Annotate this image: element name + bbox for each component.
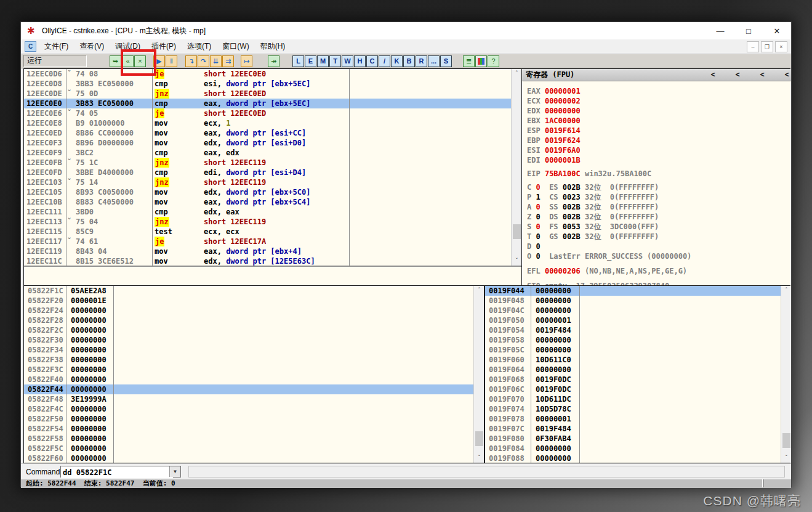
disasm-row[interactable]: 12EEC1058B93 C0050000movedx, dword ptr [… <box>24 187 521 197</box>
toolbar-view-memory-button[interactable]: M <box>317 55 329 67</box>
disasm-row[interactable]: 12EEC0F93BC2cmpeax, edx <box>24 148 521 158</box>
scroll-thumb[interactable] <box>513 224 521 239</box>
dump-row[interactable]: 05822F5C00000000 <box>24 444 484 453</box>
scroll-up-icon[interactable]: ˆ <box>474 286 484 295</box>
toolbar-view-log-button[interactable]: L <box>292 55 304 67</box>
toolbar-animate-over-button[interactable]: ⇉ <box>222 55 234 67</box>
menu-item-选项[interactable]: 选项(T) <box>182 39 217 54</box>
toolbar-step-over-button[interactable]: ↷ <box>198 55 209 67</box>
disasm-row[interactable]: 12EEC0E6ˇ74 05jeshort 12EEC0ED <box>24 108 521 118</box>
toolbar-animate-into-button[interactable]: ⇊ <box>210 55 222 67</box>
toolbar-view-cpu-button[interactable]: C <box>366 55 378 67</box>
scroll-up-icon[interactable]: ˆ <box>512 69 522 78</box>
toolbar-options-colors-button[interactable] <box>475 55 487 67</box>
toolbar-view-threads-button[interactable]: T <box>329 55 341 67</box>
dump-row[interactable]: 05822F5000000000 <box>24 414 484 424</box>
disasm-row[interactable]: 12EEC0DEˇ75 0Djnzshort 12EEC0ED <box>24 89 521 99</box>
column-divider[interactable] <box>579 286 580 463</box>
scroll-thumb[interactable] <box>782 433 790 448</box>
minimize-button[interactable]: — <box>706 22 734 39</box>
menu-item-文件[interactable]: 文件(F) <box>39 39 74 54</box>
dump-row[interactable]: 05822F1C05AEE2A8 <box>24 286 484 296</box>
dump-row[interactable]: 05822F4000000000 <box>24 375 484 384</box>
registers-body[interactable]: EAX 00000001ECX 00000002EDX 00000000EBX … <box>522 81 791 286</box>
toolbar-options-appearance-button[interactable]: ≣ <box>463 55 475 67</box>
disasm-row[interactable]: 12EEC103ˇ75 14jnzshort 12EEC119 <box>24 177 521 187</box>
scroll-thumb[interactable] <box>475 431 483 446</box>
column-divider[interactable] <box>66 69 66 266</box>
dump-row[interactable]: 05822F2400000000 <box>24 306 484 315</box>
menu-item-查看[interactable]: 查看(V) <box>74 39 110 54</box>
mdi-minimize-button[interactable]: – <box>747 41 759 52</box>
disasm-row[interactable]: 12EEC11C8B15 3CE6E512movedx, dword ptr [… <box>24 256 521 266</box>
toolbar-view-patches-button[interactable]: / <box>379 55 390 67</box>
dump-row[interactable]: 05822F5400000000 <box>24 424 484 434</box>
disasm-row[interactable]: 12EEC1198B43 04moveax, dword ptr [ebx+4] <box>24 246 521 256</box>
dump-row[interactable]: 05822F2800000000 <box>24 315 484 325</box>
maximize-button[interactable]: □ <box>734 22 763 39</box>
mdi-child-icon[interactable]: C <box>25 41 36 52</box>
registers-prev-button[interactable]: < <box>756 69 768 81</box>
disasm-row[interactable]: 12EEC0E8B9 01000000movecx, 1 <box>24 118 521 128</box>
disasm-row[interactable]: 12EEC0D6ˇ74 08jeshort 12EEC0E0 <box>24 69 521 79</box>
dump-row[interactable]: 05822F3000000000 <box>24 335 484 345</box>
disassembly-pane[interactable]: 12EEC0D6ˇ74 08jeshort 12EEC0E012EEC0D83B… <box>24 69 521 266</box>
disasm-row[interactable]: 12EEC0E03B83 EC050000cmpeax, dword ptr [… <box>24 99 521 108</box>
disasm-row[interactable]: 12EEC0ED8B86 CC000000moveax, dword ptr [… <box>24 128 521 138</box>
menu-item-窗口[interactable]: 窗口(W) <box>217 39 254 54</box>
scroll-down-icon[interactable]: ˇ <box>781 453 792 463</box>
toolbar-open-file-button[interactable]: ➥ <box>110 55 121 67</box>
column-divider[interactable] <box>66 286 66 463</box>
mdi-close-button[interactable]: × <box>775 41 787 52</box>
dump-row[interactable]: 05822F5800000000 <box>24 434 484 444</box>
toolbar-view-callstack-button[interactable]: K <box>391 55 403 67</box>
registers-prev-button[interactable]: < <box>707 69 719 81</box>
dump-row[interactable]: 05822F3800000000 <box>24 355 484 365</box>
stack-pane[interactable]: 0019F044000000000019F048000000000019F04C… <box>484 286 791 463</box>
registers-prev-button[interactable]: < <box>781 69 793 81</box>
dump-row[interactable]: 05822F3400000000 <box>24 345 484 355</box>
dump-row[interactable]: 05822F483E19999A <box>24 394 484 404</box>
dropdown-arrow-icon[interactable]: ▼ <box>169 466 180 477</box>
dump-pane[interactable]: 05822F1C05AEE2A805822F200000001E05822F24… <box>24 286 484 463</box>
scroll-up-icon[interactable]: ˆ <box>781 286 792 295</box>
disasm-row[interactable]: 12EEC1113BD0cmpedx, eax <box>24 207 521 217</box>
toolbar-help-button[interactable]: ? <box>488 55 499 67</box>
column-divider[interactable] <box>531 286 531 463</box>
column-divider[interactable] <box>152 69 153 266</box>
dump-row[interactable]: 05822F6000000000 <box>24 453 484 463</box>
stack-scrollbar[interactable]: ˆˇ <box>781 286 791 463</box>
toolbar-step-into-button[interactable]: ↴ <box>185 55 197 67</box>
disasm-row[interactable]: 12EEC0D83BB3 EC050000cmpesi, dword ptr [… <box>24 79 521 89</box>
toolbar-view-breakpoints-button[interactable]: B <box>403 55 415 67</box>
disasm-row[interactable]: 12EEC10B8B83 C4050000moveax, dword ptr [… <box>24 197 521 207</box>
toolbar-view-runtrace-button[interactable]: ... <box>428 55 440 67</box>
disasm-row[interactable]: 12EEC0FD3BBE D4000000cmpedi, dword ptr [… <box>24 168 521 177</box>
disasm-row[interactable]: 12EEC113ˇ75 04jnzshort 12EEC119 <box>24 217 521 227</box>
command-input[interactable] <box>61 466 173 478</box>
column-divider[interactable] <box>349 69 350 266</box>
disassembly-scrollbar[interactable]: ˆˇ <box>511 69 521 266</box>
command-combobox[interactable]: ▼ <box>60 466 181 477</box>
dump-scrollbar[interactable]: ˆˇ <box>473 286 484 463</box>
registers-prev-button[interactable]: < <box>731 69 744 81</box>
toolbar-execute-till-return-button[interactable]: ↦ <box>241 55 252 67</box>
dump-row[interactable]: 05822F3C00000000 <box>24 365 484 375</box>
disasm-row[interactable]: 12EEC0FBˇ75 1Cjnzshort 12EEC119 <box>24 158 521 168</box>
dump-row[interactable]: 05822F2C00000000 <box>24 325 484 335</box>
dump-row[interactable]: 05822F4C00000000 <box>24 404 484 414</box>
mdi-restore-button[interactable]: ❐ <box>761 41 773 52</box>
disasm-row[interactable]: 12EEC117ˇ74 61jeshort 12EEC17A <box>24 237 521 246</box>
toolbar-view-handles-button[interactable]: H <box>354 55 366 67</box>
close-button[interactable]: ✕ <box>763 22 791 39</box>
toolbar-view-source-button[interactable]: S <box>440 55 452 67</box>
disasm-row[interactable]: 12EEC0F38B96 D0000000movedx, dword ptr [… <box>24 138 521 148</box>
toolbar-view-windows-button[interactable]: W <box>342 55 353 67</box>
column-divider[interactable] <box>113 286 114 463</box>
dump-row[interactable]: 05822F4400000000 <box>24 384 484 394</box>
scroll-down-icon[interactable]: ˇ <box>512 256 522 266</box>
toolbar-go-to-address-button[interactable]: ↠ <box>268 55 279 67</box>
disasm-row[interactable]: 12EEC11585C9testecx, ecx <box>24 227 521 237</box>
dump-row[interactable]: 05822F200000001E <box>24 296 484 306</box>
toolbar-pause-button[interactable]: ‖ <box>166 55 177 67</box>
